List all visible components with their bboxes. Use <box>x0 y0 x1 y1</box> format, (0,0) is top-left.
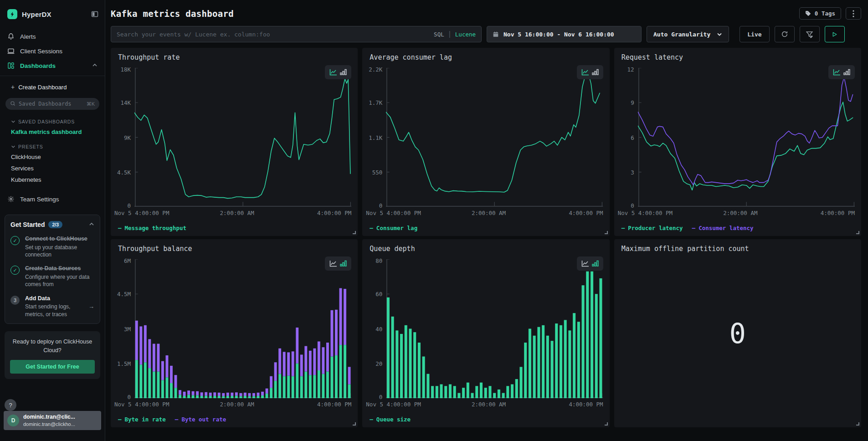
nav-label: Client Sessions <box>20 48 62 55</box>
chart-type-toggle[interactable] <box>325 256 351 271</box>
sidebar-item-client-sessions[interactable]: Client Sessions <box>0 44 105 58</box>
y-axis-labels: 806040200 <box>366 259 386 398</box>
create-dashboard-button[interactable]: + Create Dashboard <box>0 76 105 95</box>
bar-chart-icon[interactable] <box>340 69 347 76</box>
lucene-mode-toggle[interactable]: Lucene <box>455 31 476 38</box>
chart-legend: —Producer latency—Consumer latency <box>621 225 754 231</box>
line-chart-svg <box>638 68 855 207</box>
date-range-picker[interactable]: Nov 5 16:00:00 - Nov 6 16:00:00 <box>487 26 642 42</box>
bar-chart-icon[interactable] <box>843 69 850 76</box>
y-tick-label: 3 <box>631 169 634 175</box>
chart-type-toggle[interactable] <box>577 65 603 79</box>
saved-dashboards-header[interactable]: SAVED DASHBOARDS <box>0 113 105 126</box>
presets-header[interactable]: PRESETS <box>0 138 105 151</box>
hyperdx-logo-icon <box>7 9 17 19</box>
cloud-promo-card: Ready to deploy on ClickHouse Cloud? Get… <box>5 331 100 379</box>
run-query-button[interactable] <box>825 26 845 42</box>
x-tick-label: Nov 5 4:00:00 PM <box>114 401 169 408</box>
more-options-button[interactable] <box>846 7 861 20</box>
chart-legend: —Message throughput <box>118 225 186 231</box>
event-search-box[interactable]: SQL | Lucene <box>111 26 482 42</box>
legend-item: —Producer latency <box>621 225 683 231</box>
chart-type-toggle[interactable] <box>577 256 603 271</box>
legend-swatch: — <box>370 416 373 423</box>
get-started-step-3[interactable]: 3 Add Data Start sending logs, metrics, … <box>10 295 94 318</box>
get-started-step-2[interactable]: ✓ Create Data Sources Configure where yo… <box>10 265 94 288</box>
nav-label: Dashboards <box>20 62 56 69</box>
resize-handle[interactable] <box>856 231 859 234</box>
resize-handle[interactable] <box>605 422 608 426</box>
sql-mode-toggle[interactable]: SQL <box>434 31 444 38</box>
single-value-display: 0 <box>614 239 861 427</box>
user-email: dominic.tran@clickho... <box>23 421 75 427</box>
dashboard-grid: Throughput rate 18K14K9K4.5K0Nov 5 4:00:… <box>111 48 861 427</box>
chart-panel-average-consumer-lag: Average consumer lag 2.2K1.7K1.1K5500Nov… <box>362 48 609 236</box>
sidebar-collapse-icon[interactable] <box>91 10 98 18</box>
resize-handle[interactable] <box>353 422 356 426</box>
preset-kubernetes[interactable]: Kubernetes <box>0 174 105 185</box>
chart-type-toggle[interactable] <box>828 65 855 79</box>
main-content: Kafka metrics dashboard 0 Tags SQL | Luc… <box>105 0 868 441</box>
user-menu[interactable]: D dominic.tran@clic... dominic.tran@clic… <box>4 411 101 430</box>
line-chart-icon[interactable] <box>581 260 589 267</box>
chart-type-toggle[interactable] <box>325 65 351 79</box>
bar-chart-icon[interactable] <box>592 69 599 76</box>
line-chart-icon[interactable] <box>581 69 589 76</box>
legend-swatch: — <box>621 225 625 231</box>
legend-label: Consumer latency <box>699 225 753 231</box>
chevron-up-icon[interactable] <box>89 220 94 229</box>
title-row: Kafka metrics dashboard 0 Tags <box>111 7 861 20</box>
sidebar-item-dashboards[interactable]: Dashboards <box>0 58 105 73</box>
y-axis-labels: 18K14K9K4.5K0 <box>114 68 134 207</box>
y-axis-labels: 6M4.5M3M1.5M0 <box>114 259 134 398</box>
legend-label: Byte in rate <box>125 416 166 423</box>
tags-button[interactable]: 0 Tags <box>799 7 841 20</box>
chart-panel-queue-depth: Queue depth 806040200Nov 5 4:00:00 PM2:0… <box>362 239 609 427</box>
legend-item: —Consumer latency <box>692 225 754 231</box>
granularity-select[interactable]: Auto Granularity <box>647 26 729 42</box>
preset-clickhouse[interactable]: ClickHouse <box>0 151 105 163</box>
sidebar-item-kafka-dashboard[interactable]: Kafka metrics dashboard <box>0 126 105 138</box>
check-icon: ✓ <box>10 236 20 245</box>
line-chart-icon[interactable] <box>833 69 841 76</box>
line-chart-icon[interactable] <box>329 69 337 76</box>
stacked-bar-chart-svg <box>134 259 351 398</box>
resize-handle[interactable] <box>353 231 356 234</box>
step-title: Connect to ClickHouse <box>25 235 94 243</box>
search-icon <box>10 100 15 108</box>
line-chart-icon[interactable] <box>329 260 337 267</box>
plot-area: 6M4.5M3M1.5M0 <box>114 259 351 398</box>
x-tick-label: 2:00:00 AM <box>723 210 757 216</box>
refresh-button[interactable] <box>775 26 795 42</box>
sidebar-item-alerts[interactable]: Alerts <box>0 29 105 44</box>
progress-badge: 2/3 <box>48 221 62 228</box>
saved-dashboards-search[interactable]: Saved Dashboards ⌘K <box>5 98 99 110</box>
x-axis-labels: Nov 5 4:00:00 PM2:00:00 AM4:00:00 PM <box>114 210 351 217</box>
live-button[interactable]: Live <box>740 26 769 42</box>
chart-panel-throughput-rate: Throughput rate 18K14K9K4.5K0Nov 5 4:00:… <box>111 48 358 236</box>
chart-title: Throughput balance <box>118 245 192 253</box>
bar-chart-icon[interactable] <box>592 260 599 267</box>
y-tick-label: 1.1K <box>369 134 382 141</box>
resize-handle[interactable] <box>605 231 608 234</box>
plot-area: 806040200 <box>366 259 603 398</box>
event-search-input[interactable] <box>117 31 429 38</box>
bar-chart-icon[interactable] <box>340 260 347 267</box>
help-button[interactable]: ? <box>5 399 16 411</box>
cloud-promo-text: Ready to deploy on ClickHouse Cloud? <box>10 338 95 355</box>
team-settings-button[interactable]: Team Settings <box>0 185 105 213</box>
y-tick-label: 3M <box>124 325 131 332</box>
filter-button[interactable] <box>800 26 820 42</box>
team-settings-label: Team Settings <box>20 196 59 203</box>
y-tick-label: 6 <box>631 134 634 141</box>
resize-handle[interactable] <box>856 422 859 426</box>
preset-services[interactable]: Services <box>0 163 105 174</box>
legend-swatch: — <box>370 225 373 231</box>
section-label: PRESETS <box>18 144 43 149</box>
chart-title: Maximum offline partition count <box>621 245 749 253</box>
app-root: HyperDX Alerts Client Sessions Dashboard… <box>0 0 868 441</box>
get-started-free-button[interactable]: Get Started for Free <box>10 360 95 374</box>
legend-item: —Byte out rate <box>175 416 226 423</box>
get-started-step-1[interactable]: ✓ Connect to ClickHouse Set up your data… <box>10 235 94 258</box>
filter-edit-icon <box>806 31 813 38</box>
